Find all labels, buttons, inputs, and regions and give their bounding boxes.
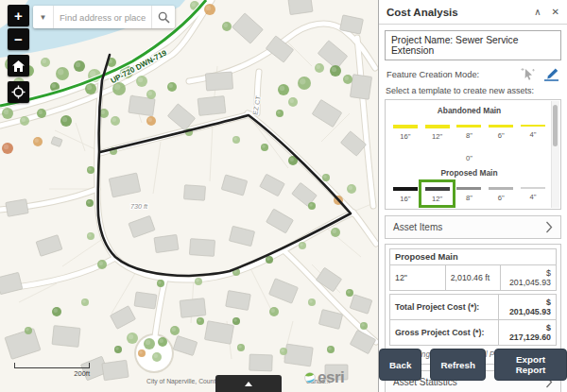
scale-bar-line — [14, 363, 90, 368]
select-cursor-icon[interactable] — [521, 67, 536, 81]
collapse-icon[interactable]: ∧ — [534, 8, 541, 17]
action-buttons: Back Refresh Export Report — [379, 349, 567, 381]
asset-items-label: Asset Items — [393, 222, 442, 232]
feature-creation-mode-row: Feature Creation Mode: — [385, 65, 561, 86]
template-swatch — [489, 187, 513, 190]
template-item-4in[interactable]: 4" — [518, 120, 549, 143]
plus-icon: + — [14, 8, 23, 24]
building-footprint — [180, 298, 206, 318]
template-item-8in[interactable]: 8" — [454, 120, 485, 143]
zoom-in-button[interactable]: + — [8, 5, 29, 26]
cost-analysis-panel: Cost Analysis ∧ ✕ Project Name: Sewer Se… — [378, 0, 567, 392]
back-button[interactable]: Back — [379, 349, 421, 381]
template-list: Abandoned Main16"12"8"6"4"0"Proposed Mai… — [389, 106, 549, 210]
template-swatch — [457, 148, 482, 150]
project-name-field[interactable]: Project Name: Sewer Service Extension — [385, 30, 561, 60]
total-cost-value: $ 201,045.93 — [498, 295, 556, 320]
parcel-length-label: 730 ft — [130, 202, 148, 211]
draw-pencil-icon[interactable] — [543, 67, 559, 81]
template-item-label: 8" — [454, 194, 485, 202]
search-input[interactable] — [54, 6, 151, 28]
template-swatch — [425, 125, 450, 128]
building-footprint — [284, 344, 314, 366]
panel-header: Cost Analysis ∧ ✕ — [379, 0, 567, 25]
template-scrollbar[interactable] — [551, 101, 559, 208]
template-swatch — [393, 125, 418, 128]
template-item-6in[interactable]: 6" — [486, 182, 517, 205]
building-footprint — [154, 234, 179, 252]
attribute-table-toggle[interactable] — [215, 375, 282, 392]
gross-cost-value: $ 217,129.60 — [498, 320, 556, 346]
template-swatch — [456, 187, 481, 190]
template-item-label: 16" — [389, 195, 421, 203]
table-row: Total Project Cost (*): $ 201,045.93 — [390, 295, 557, 320]
map-container[interactable]: UP-720 DWN-719 EZ CT 730 ft ▼ + − — [0, 0, 378, 392]
template-item-16in[interactable]: 16" — [389, 182, 421, 205]
template-swatch — [393, 187, 418, 191]
asset-cost-cell: $ 201,045.93 — [501, 265, 557, 291]
template-item-label: 4" — [518, 193, 549, 201]
chevron-right-icon — [545, 221, 553, 233]
template-item-label: 4" — [518, 130, 549, 139]
building-footprint — [249, 354, 273, 371]
locate-button[interactable] — [8, 81, 29, 103]
template-item-8in[interactable]: 8" — [454, 182, 485, 205]
template-swatch — [489, 125, 513, 128]
select-template-label: Select a template to create new assets: — [386, 86, 561, 95]
esri-logo: esri — [304, 368, 344, 387]
template-item-4in[interactable]: 4" — [518, 182, 549, 205]
template-item-label: 6" — [486, 131, 517, 140]
search-source-dropdown[interactable]: ▼ — [33, 6, 54, 28]
building-footprint — [184, 185, 206, 200]
search-box[interactable]: ▼ — [33, 6, 175, 28]
building-footprint — [189, 239, 215, 257]
refresh-button[interactable]: Refresh — [430, 349, 485, 381]
template-item-12in[interactable]: 12" — [421, 182, 453, 205]
panel-title: Cost Analysis — [387, 7, 524, 18]
cost-analysis-app: UP-720 DWN-719 EZ CT 730 ft ▼ + − — [0, 0, 567, 392]
scale-bar: 200ft — [14, 363, 90, 378]
template-item-label: 16" — [389, 132, 421, 141]
template-swatch — [521, 187, 545, 189]
template-item-label: 0" — [454, 154, 485, 162]
esri-globe-icon — [304, 372, 316, 383]
building-footprint — [198, 96, 226, 116]
table-row: 12" 2,010.46 ft $ 201,045.93 — [390, 265, 557, 291]
minus-icon: − — [14, 31, 23, 47]
template-group-name: Abandoned Main — [389, 106, 549, 115]
building-footprint — [350, 75, 371, 100]
home-icon — [12, 60, 25, 72]
template-swatch — [456, 125, 481, 128]
search-icon[interactable] — [151, 6, 175, 28]
template-item-16in[interactable]: 16" — [389, 120, 421, 143]
template-item-12in[interactable]: 12" — [421, 120, 453, 143]
template-swatch — [521, 125, 545, 127]
template-item-6in[interactable]: 6" — [486, 120, 517, 143]
template-row: 16"12"8"6"4" — [389, 120, 549, 143]
template-gallery[interactable]: Abandoned Main16"12"8"6"4"0"Proposed Mai… — [385, 99, 561, 210]
template-row: 0" — [389, 144, 549, 164]
total-cost-label: Total Project Cost (*): — [390, 295, 499, 320]
locate-icon — [11, 85, 26, 99]
building-footprint — [226, 291, 251, 311]
building-footprint — [134, 292, 157, 309]
building-footprint — [102, 360, 129, 380]
map-canvas[interactable]: UP-720 DWN-719 EZ CT 730 ft — [0, 0, 378, 392]
close-icon[interactable]: ✕ — [552, 8, 559, 17]
panel-body: Project Name: Sewer Service Extension Fe… — [379, 25, 567, 387]
building-footprint — [205, 72, 232, 91]
template-scrollbar-thumb[interactable] — [553, 105, 558, 146]
chevron-up-icon — [245, 382, 252, 386]
building-footprint — [52, 326, 80, 348]
cost-group-header: Proposed Main — [390, 249, 557, 265]
zoom-out-button[interactable]: − — [8, 28, 29, 50]
cost-summary-card: Proposed Main 12" 2,010.46 ft $ 201,045.… — [385, 244, 561, 365]
home-button[interactable] — [8, 55, 29, 77]
template-item-0in[interactable]: 0" — [454, 144, 485, 164]
gross-cost-label: Gross Project Cost (*): — [390, 320, 499, 346]
table-row: Gross Project Cost (*): $ 217,129.60 — [390, 320, 557, 346]
section-asset-items[interactable]: Asset Items — [385, 215, 561, 239]
template-swatch — [425, 187, 450, 191]
asset-cost-table: Proposed Main 12" 2,010.46 ft $ 201,045.… — [389, 248, 557, 291]
export-report-button[interactable]: Export Report — [494, 349, 567, 381]
